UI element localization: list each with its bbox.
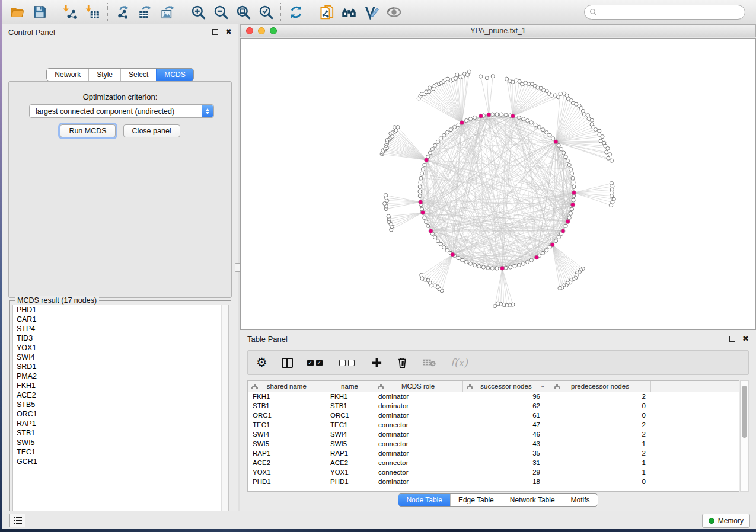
mcds-node[interactable] (566, 219, 570, 223)
tab-node-table[interactable]: Node Table (398, 494, 450, 506)
mcds-result-item[interactable]: STB5 (13, 400, 228, 409)
mcds-result-item[interactable]: CAR1 (13, 315, 228, 324)
network-node[interactable] (521, 117, 525, 121)
network-node[interactable] (481, 265, 485, 269)
hide-eye-icon[interactable] (382, 1, 405, 23)
close-panel-button[interactable]: Close panel (123, 124, 180, 137)
network-node[interactable] (534, 123, 537, 126)
network-node[interactable] (513, 264, 516, 268)
table-row[interactable]: FKH1FKH1dominator962 (248, 392, 739, 401)
mcds-result-item[interactable]: PHD1 (13, 305, 228, 315)
zoom-out-icon[interactable] (209, 1, 232, 23)
mcds-node[interactable] (419, 200, 423, 204)
mcds-node[interactable] (550, 243, 554, 247)
network-node[interactable] (559, 92, 562, 95)
network-node[interactable] (590, 118, 594, 122)
network-node[interactable] (467, 70, 471, 73)
column-header-MCDS-role[interactable]: MCDS role (374, 381, 462, 392)
network-node[interactable] (442, 246, 446, 249)
clone-network-icon[interactable] (315, 1, 337, 23)
mcds-node[interactable] (561, 229, 565, 233)
network-node[interactable] (567, 163, 571, 166)
network-node[interactable] (419, 176, 423, 180)
network-node[interactable] (500, 113, 503, 116)
network-node[interactable] (419, 181, 422, 184)
network-node[interactable] (468, 117, 472, 121)
network-node[interactable] (430, 148, 434, 151)
network-node[interactable] (491, 75, 495, 78)
zoom-in-icon[interactable] (187, 1, 209, 23)
network-node[interactable] (490, 267, 494, 270)
mcds-result-item[interactable]: FKH1 (13, 381, 228, 390)
network-node[interactable] (550, 94, 553, 97)
network-node[interactable] (541, 251, 545, 255)
network-node[interactable] (525, 119, 529, 123)
table-row[interactable]: PHD1PHD1dominator180 (248, 477, 739, 486)
mcds-node[interactable] (554, 140, 558, 144)
network-node[interactable] (572, 181, 575, 184)
import-table-icon[interactable] (81, 1, 104, 23)
mcds-result-item[interactable]: STB1 (13, 428, 228, 438)
table-row[interactable]: STB1STB1dominator620 (248, 401, 739, 411)
network-node[interactable] (520, 82, 524, 86)
network-node[interactable] (468, 262, 472, 265)
network-node[interactable] (557, 143, 560, 147)
network-node[interactable] (569, 211, 572, 215)
network-node[interactable] (610, 194, 614, 198)
search-binoculars-icon[interactable] (337, 1, 360, 23)
network-node[interactable] (436, 239, 439, 243)
tab-mcds[interactable]: MCDS (156, 69, 193, 81)
network-node[interactable] (453, 125, 457, 129)
search-box[interactable] (584, 5, 745, 20)
mcds-node[interactable] (511, 114, 515, 118)
network-node[interactable] (529, 258, 533, 262)
mcds-result-item[interactable]: PMA2 (13, 371, 228, 381)
table-scrollbar[interactable] (740, 380, 749, 492)
network-node[interactable] (569, 168, 572, 171)
column-header-shared-name[interactable]: shared name (248, 381, 326, 392)
network-node[interactable] (418, 185, 422, 188)
network-node[interactable] (557, 236, 560, 239)
network-node[interactable] (511, 80, 515, 84)
network-node[interactable] (477, 264, 481, 268)
network-node[interactable] (572, 185, 576, 188)
table-row[interactable]: TEC1TEC1connector472 (248, 420, 739, 430)
network-node[interactable] (564, 155, 567, 159)
network-node[interactable] (605, 150, 608, 154)
network-node[interactable] (473, 263, 477, 267)
network-node[interactable] (504, 113, 508, 117)
network-node[interactable] (606, 146, 610, 150)
network-node[interactable] (610, 159, 613, 162)
network-node[interactable] (418, 190, 422, 193)
network-node[interactable] (387, 214, 390, 218)
network-node[interactable] (572, 198, 575, 202)
mcds-result-item[interactable]: TID3 (13, 334, 228, 343)
select-all-icon[interactable]: ✓✓ (307, 360, 325, 366)
table-row[interactable]: ACE2ACE2connector311 (248, 458, 739, 467)
network-node[interactable] (445, 130, 449, 134)
memory-button[interactable]: Memory (702, 514, 750, 528)
network-node[interactable] (428, 86, 432, 89)
network-node[interactable] (423, 163, 426, 166)
column-header-name[interactable]: name (326, 381, 374, 392)
function-builder-icon[interactable]: f(x) (451, 357, 468, 368)
mcds-result-list[interactable]: PHD1CAR1STP4TID3YOX1SWI4SRD1PMA2FKH1ACE2… (12, 305, 229, 518)
mcds-node[interactable] (570, 203, 575, 207)
mcds-node[interactable] (429, 229, 433, 233)
network-node[interactable] (420, 273, 423, 277)
float-table-panel-icon[interactable] (729, 336, 735, 342)
network-node[interactable] (418, 194, 422, 198)
mcds-result-item[interactable]: ACE2 (13, 390, 228, 400)
network-node[interactable] (464, 119, 468, 123)
network-node[interactable] (558, 286, 562, 290)
network-node[interactable] (509, 265, 512, 269)
network-node[interactable] (473, 116, 477, 119)
table-row[interactable]: ORC1ORC1dominator610 (248, 411, 739, 420)
network-node[interactable] (599, 139, 602, 143)
mcds-node[interactable] (500, 266, 505, 270)
network-node[interactable] (582, 113, 586, 116)
network-node[interactable] (545, 249, 548, 252)
tab-motifs[interactable]: Motifs (563, 494, 598, 506)
mcds-result-item[interactable]: ORC1 (13, 409, 228, 419)
mcds-node[interactable] (425, 158, 429, 162)
